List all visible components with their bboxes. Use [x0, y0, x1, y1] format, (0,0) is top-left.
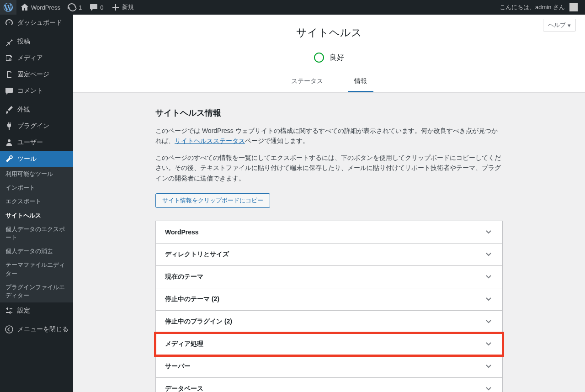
menu-label: 設定 [17, 307, 30, 315]
collapse-icon [5, 325, 14, 334]
plus-icon [111, 3, 120, 12]
comments-count: 0 [100, 4, 103, 11]
comment-icon [89, 3, 98, 12]
accordion-row[interactable]: 現在のテーマ [155, 266, 503, 288]
accordion-label: 現在のテーマ [165, 273, 203, 281]
menu-label: メディア [17, 54, 43, 62]
menu-comments[interactable]: コメント [0, 83, 73, 99]
site-health-tabs: ステータス 情報 [82, 72, 576, 92]
menu-label: ツール [17, 155, 37, 163]
chevron-down-icon [484, 362, 493, 371]
site-health-status-link[interactable]: サイトヘルスステータス [175, 137, 245, 144]
chevron-down-icon [484, 228, 493, 237]
sub-import[interactable]: インポート [0, 181, 73, 195]
sub-theme-editor[interactable]: テーマファイルエディター [0, 258, 73, 280]
updates-icon [68, 3, 77, 12]
chevron-down-icon [484, 339, 493, 349]
new-content-link[interactable]: 新規 [107, 0, 138, 15]
accordion-row[interactable]: メディア処理 [155, 333, 503, 355]
caret-down-icon: ▾ [568, 22, 571, 29]
home-icon [20, 3, 29, 12]
help-label: ヘルプ [548, 21, 566, 29]
menu-label: ユーザー [17, 138, 43, 147]
accordion-label: 停止中のテーマ (2) [165, 295, 219, 303]
accordion-row[interactable]: サーバー [155, 355, 503, 378]
info-heading: サイトヘルス情報 [155, 107, 503, 118]
menu-label: 外観 [17, 106, 30, 114]
site-name-link[interactable]: WordPress [16, 0, 64, 15]
accordion-row[interactable]: 停止中のテーマ (2) [155, 288, 503, 311]
menu-media[interactable]: メディア [0, 50, 73, 66]
sub-erase-personal[interactable]: 個人データの消去 [0, 244, 73, 258]
accordion-label: ディレクトリとサイズ [165, 250, 229, 259]
chevron-down-icon [484, 250, 493, 259]
accordion-label: メディア処理 [165, 340, 203, 348]
help-tab[interactable]: ヘルプ ▾ [543, 19, 576, 32]
menu-pages[interactable]: 固定ページ [0, 66, 73, 83]
menu-label: プラグイン [17, 122, 49, 130]
chevron-down-icon [484, 384, 493, 392]
menu-label: 投稿 [17, 37, 30, 46]
accordion-label: データベース [165, 385, 203, 392]
menu-users[interactable]: ユーザー [0, 134, 73, 151]
status-indicator-icon [314, 53, 324, 63]
menu-posts[interactable]: 投稿 [0, 33, 73, 50]
sub-plugin-editor[interactable]: プラグインファイルエディター [0, 281, 73, 302]
info-paragraph-1: このページでは WordPress ウェブサイトの構成に関するすべての詳細が表示… [155, 126, 503, 146]
accordion-label: サーバー [165, 362, 191, 371]
media-icon [5, 53, 14, 63]
page-icon [5, 70, 14, 79]
chevron-down-icon [484, 295, 493, 304]
plug-icon [5, 122, 14, 131]
sub-export-personal[interactable]: 個人データのエクスポート [0, 222, 73, 244]
accordion-row[interactable]: 停止中のプラグイン (2) [155, 311, 503, 333]
menu-settings[interactable]: 設定 [0, 302, 73, 319]
menu-appearance[interactable]: 外観 [0, 101, 73, 118]
accordion-row[interactable]: データベース [155, 378, 503, 392]
page-title: サイトヘルス [82, 26, 576, 40]
accordion-row[interactable]: ディレクトリとサイズ [155, 244, 503, 266]
site-health-header: ヘルプ ▾ サイトヘルス 良好 ステータス 情報 [73, 15, 585, 93]
avatar [569, 3, 578, 11]
menu-label: ダッシュボード [17, 19, 62, 27]
svg-point-0 [5, 326, 13, 333]
comment-icon [5, 86, 14, 95]
chevron-down-icon [484, 272, 493, 281]
status-label: 良好 [330, 53, 344, 63]
wordpress-logo-icon [4, 3, 13, 12]
accordion-label: WordPress [165, 228, 199, 236]
site-name-label: WordPress [31, 4, 60, 11]
tab-info[interactable]: 情報 [348, 72, 373, 92]
sub-export[interactable]: エクスポート [0, 195, 73, 208]
dashboard-icon [5, 18, 14, 27]
menu-label: コメント [17, 87, 43, 95]
brush-icon [5, 105, 14, 114]
accordion-label: 停止中のプラグイン (2) [165, 318, 232, 326]
copy-site-info-button[interactable]: サイト情報をクリップボードにコピー [155, 193, 270, 208]
info-paragraph-2: このページのすべての情報を一覧にしてエクスポートするには、下のボタンを使用してク… [155, 153, 503, 183]
accordion-row[interactable]: WordPress [155, 221, 503, 244]
menu-tools[interactable]: ツール [0, 151, 73, 167]
menu-plugins[interactable]: プラグイン [0, 118, 73, 134]
chevron-down-icon [484, 317, 493, 326]
new-label: 新規 [122, 3, 134, 11]
tab-status[interactable]: ステータス [285, 72, 330, 92]
pin-icon [5, 37, 14, 46]
sub-site-health[interactable]: サイトヘルス [0, 209, 73, 222]
wp-logo[interactable] [0, 0, 16, 15]
menu-dashboard[interactable]: ダッシュボード [0, 15, 73, 31]
user-icon [5, 138, 14, 147]
my-account[interactable]: こんにちは、admin さん [496, 0, 581, 15]
wrench-icon [5, 154, 14, 164]
sub-available-tools[interactable]: 利用可能なツール [0, 167, 73, 181]
sliders-icon [5, 306, 14, 315]
menu-label: 固定ページ [17, 70, 49, 79]
greeting-text: こんにちは、admin さん [500, 3, 565, 11]
menu-label: メニューを閉じる [17, 325, 69, 334]
info-accordion: WordPressディレクトリとサイズ現在のテーマ停止中のテーマ (2)停止中の… [155, 221, 503, 392]
menu-collapse[interactable]: メニューを閉じる [0, 321, 73, 338]
comments-link[interactable]: 0 [85, 0, 107, 15]
updates-link[interactable]: 1 [64, 0, 85, 15]
tools-submenu: 利用可能なツール インポート エクスポート サイトヘルス 個人データのエクスポー… [0, 167, 73, 302]
updates-count: 1 [79, 4, 82, 11]
